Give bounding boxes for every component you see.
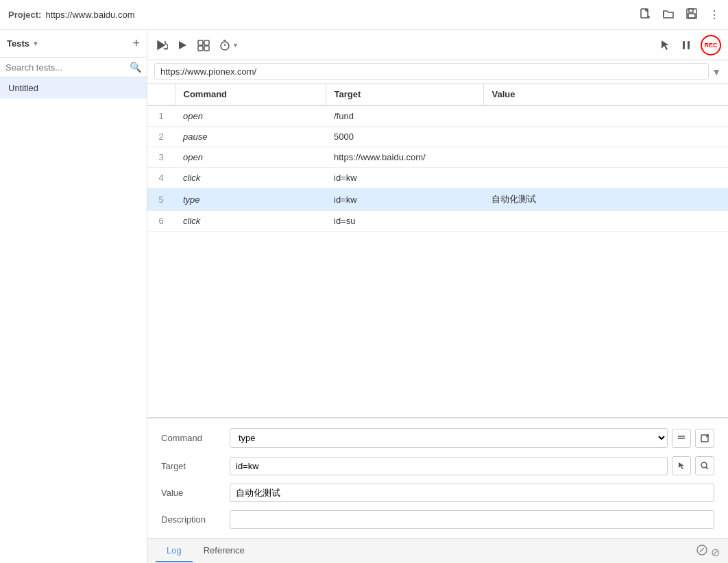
- tests-dropdown-icon[interactable]: ▼: [32, 40, 39, 47]
- search-icon: 🔍: [130, 62, 141, 73]
- cell-num: 6: [147, 211, 175, 232]
- cell-num: 1: [147, 105, 175, 127]
- table-body: 1 open /fund 2 pause 5000 3 open https:/…: [147, 105, 728, 232]
- cell-value: [483, 147, 728, 168]
- cell-command: open: [175, 147, 326, 168]
- cell-command: pause: [175, 127, 326, 147]
- detail-panel: Command type open click pause: [147, 418, 728, 538]
- svg-point-29: [701, 462, 707, 468]
- bottom-tabs-left: Log Reference: [156, 540, 256, 562]
- new-file-icon[interactable]: [639, 8, 651, 23]
- timer-button[interactable]: ▼: [219, 39, 239, 51]
- comment-button[interactable]: [672, 429, 691, 448]
- open-editor-button[interactable]: [695, 429, 714, 448]
- table-row[interactable]: 4 click id=kw: [147, 168, 728, 188]
- table-row[interactable]: 6 click id=su: [147, 211, 728, 232]
- bottom-tabs: Log Reference ⊘: [147, 538, 728, 563]
- main-layout: Tests ▼ + 🔍 Untitled: [0, 30, 728, 563]
- description-input-wrap: [230, 510, 714, 529]
- save-icon[interactable]: [685, 8, 698, 23]
- close-panel-icon[interactable]: ⊘: [696, 544, 720, 559]
- run-button[interactable]: [176, 39, 189, 51]
- svg-line-30: [706, 467, 708, 469]
- svg-marker-22: [662, 40, 669, 50]
- svg-marker-14: [179, 41, 186, 49]
- search-target-button[interactable]: [695, 456, 714, 475]
- target-input-wrap: [230, 456, 714, 475]
- url-input[interactable]: [154, 63, 709, 80]
- cell-value: [483, 105, 728, 127]
- loop-button[interactable]: [197, 38, 210, 52]
- tests-label: Tests: [7, 38, 29, 49]
- svg-rect-8: [689, 9, 693, 12]
- toolbar: ▼ REC: [147, 30, 728, 60]
- cell-value: [483, 211, 728, 232]
- sidebar-item-untitled[interactable]: Untitled: [0, 77, 147, 99]
- target-input[interactable]: [230, 457, 668, 475]
- url-bar: ▼: [147, 60, 728, 84]
- sidebar: Tests ▼ + 🔍 Untitled: [0, 30, 147, 563]
- svg-rect-23: [683, 41, 685, 49]
- description-label: Description: [161, 514, 223, 525]
- toolbar-right: REC: [659, 35, 721, 55]
- more-icon[interactable]: ⋮: [709, 8, 720, 21]
- table-row[interactable]: 1 open /fund: [147, 105, 728, 127]
- svg-rect-24: [688, 41, 690, 49]
- url-dropdown-icon[interactable]: ▼: [712, 66, 721, 77]
- sidebar-header: Tests ▼ +: [0, 30, 147, 58]
- description-input[interactable]: [230, 510, 714, 529]
- record-button[interactable]: REC: [701, 35, 721, 55]
- cell-num: 3: [147, 147, 175, 168]
- pointer-button[interactable]: [659, 39, 672, 51]
- value-input-wrap: [230, 484, 714, 502]
- cell-target: id=kw: [326, 188, 483, 211]
- cell-target: id=kw: [326, 168, 483, 188]
- table-row[interactable]: 3 open https://www.baidu.com/: [147, 147, 728, 168]
- command-table-area: Command Target Value 1 open /fund 2 paus…: [147, 84, 728, 418]
- toolbar-left: ▼: [154, 38, 239, 52]
- table-header-row: Command Target Value: [147, 84, 728, 105]
- cell-num: 4: [147, 168, 175, 188]
- col-header-command: Command: [175, 84, 326, 105]
- project-label: Project:: [8, 10, 41, 20]
- svg-marker-10: [158, 41, 165, 49]
- title-bar: Project: https://www.baidu.com: [0, 0, 728, 30]
- cell-command: open: [175, 105, 326, 127]
- project-url: https://www.baidu.com: [45, 10, 134, 20]
- command-table: Command Target Value 1 open /fund 2 paus…: [147, 84, 728, 232]
- open-folder-icon[interactable]: [662, 8, 675, 23]
- tab-reference[interactable]: Reference: [193, 540, 256, 562]
- command-select[interactable]: type open click pause: [230, 428, 668, 448]
- cell-value: [483, 127, 728, 147]
- table-row[interactable]: 2 pause 5000: [147, 127, 728, 147]
- title-bar-left: Project: https://www.baidu.com: [8, 10, 134, 20]
- table-row[interactable]: 5 type id=kw 自动化测试: [147, 188, 728, 211]
- add-test-button[interactable]: +: [132, 36, 140, 51]
- rec-label: REC: [704, 42, 717, 49]
- cell-target: /fund: [326, 105, 483, 127]
- svg-rect-15: [198, 40, 203, 45]
- svg-rect-9: [688, 14, 695, 18]
- tab-log[interactable]: Log: [156, 540, 193, 562]
- value-input[interactable]: [230, 484, 714, 502]
- command-label: Command: [161, 433, 223, 443]
- title-bar-icons: ⋮: [639, 8, 720, 23]
- pause-button[interactable]: [680, 39, 692, 51]
- col-header-num: [147, 84, 175, 105]
- cell-value: [483, 168, 728, 188]
- svg-rect-17: [198, 46, 203, 51]
- search-input[interactable]: [5, 62, 130, 73]
- cell-value: 自动化测试: [483, 188, 728, 211]
- svg-rect-16: [204, 40, 209, 45]
- cell-num: 5: [147, 188, 175, 211]
- target-label: Target: [161, 461, 223, 471]
- step-over-button[interactable]: [154, 38, 168, 52]
- timer-dropdown-icon[interactable]: ▼: [232, 42, 239, 49]
- select-element-button[interactable]: [672, 456, 691, 475]
- cell-target: 5000: [326, 127, 483, 147]
- svg-marker-28: [679, 462, 684, 469]
- cell-command: click: [175, 211, 326, 232]
- col-header-target: Target: [326, 84, 483, 105]
- detail-value-row: Value: [161, 484, 714, 502]
- svg-rect-18: [204, 46, 209, 51]
